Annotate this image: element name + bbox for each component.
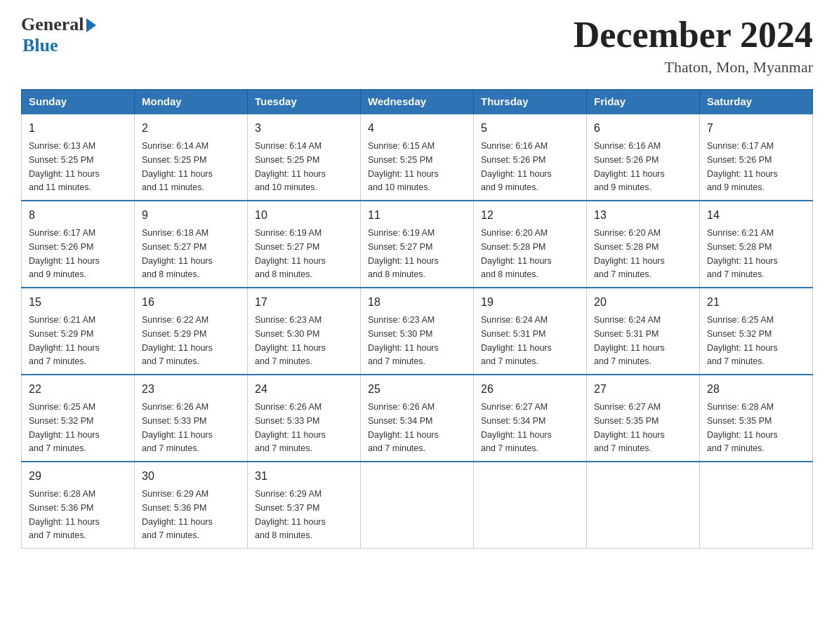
calendar-cell: 18Sunrise: 6:23 AMSunset: 5:30 PMDayligh… bbox=[361, 288, 474, 375]
day-info: Sunrise: 6:15 AMSunset: 5:25 PMDaylight:… bbox=[368, 141, 439, 192]
day-info: Sunrise: 6:28 AMSunset: 5:35 PMDaylight:… bbox=[707, 402, 778, 453]
calendar-week-row: 8Sunrise: 6:17 AMSunset: 5:26 PMDaylight… bbox=[22, 201, 813, 288]
day-info: Sunrise: 6:20 AMSunset: 5:28 PMDaylight:… bbox=[481, 228, 552, 279]
day-info: Sunrise: 6:29 AMSunset: 5:37 PMDaylight:… bbox=[255, 489, 326, 540]
day-info: Sunrise: 6:26 AMSunset: 5:33 PMDaylight:… bbox=[142, 402, 213, 453]
calendar-table: SundayMondayTuesdayWednesdayThursdayFrid… bbox=[21, 89, 813, 549]
logo-blue-text: Blue bbox=[22, 35, 58, 56]
day-number: 10 bbox=[255, 207, 353, 224]
calendar-cell: 30Sunrise: 6:29 AMSunset: 5:36 PMDayligh… bbox=[135, 462, 248, 549]
calendar-week-row: 15Sunrise: 6:21 AMSunset: 5:29 PMDayligh… bbox=[22, 288, 813, 375]
weekday-header-saturday: Saturday bbox=[700, 90, 813, 114]
day-info: Sunrise: 6:29 AMSunset: 5:36 PMDaylight:… bbox=[142, 489, 213, 540]
day-number: 29 bbox=[29, 468, 127, 485]
calendar-week-row: 1Sunrise: 6:13 AMSunset: 5:25 PMDaylight… bbox=[22, 114, 813, 201]
calendar-cell: 5Sunrise: 6:16 AMSunset: 5:26 PMDaylight… bbox=[474, 114, 587, 201]
calendar-cell: 7Sunrise: 6:17 AMSunset: 5:26 PMDaylight… bbox=[700, 114, 813, 201]
month-year-title: December 2024 bbox=[574, 14, 813, 55]
logo-general-text: General bbox=[21, 14, 84, 35]
day-info: Sunrise: 6:21 AMSunset: 5:28 PMDaylight:… bbox=[707, 228, 778, 279]
day-info: Sunrise: 6:27 AMSunset: 5:35 PMDaylight:… bbox=[594, 402, 665, 453]
day-info: Sunrise: 6:13 AMSunset: 5:25 PMDaylight:… bbox=[29, 141, 100, 192]
calendar-cell bbox=[587, 462, 700, 549]
weekday-header-friday: Friday bbox=[587, 90, 700, 114]
day-info: Sunrise: 6:26 AMSunset: 5:33 PMDaylight:… bbox=[255, 402, 326, 453]
day-number: 16 bbox=[142, 294, 240, 311]
day-number: 4 bbox=[368, 120, 466, 137]
day-number: 1 bbox=[29, 120, 127, 137]
calendar-cell: 17Sunrise: 6:23 AMSunset: 5:30 PMDayligh… bbox=[248, 288, 361, 375]
day-number: 24 bbox=[255, 381, 353, 398]
day-number: 2 bbox=[142, 120, 240, 137]
location-subtitle: Thaton, Mon, Myanmar bbox=[574, 58, 813, 76]
day-info: Sunrise: 6:23 AMSunset: 5:30 PMDaylight:… bbox=[255, 315, 326, 366]
calendar-cell: 29Sunrise: 6:28 AMSunset: 5:36 PMDayligh… bbox=[22, 462, 135, 549]
calendar-week-row: 22Sunrise: 6:25 AMSunset: 5:32 PMDayligh… bbox=[22, 375, 813, 462]
calendar-cell: 25Sunrise: 6:26 AMSunset: 5:34 PMDayligh… bbox=[361, 375, 474, 462]
calendar-cell: 14Sunrise: 6:21 AMSunset: 5:28 PMDayligh… bbox=[700, 201, 813, 288]
calendar-cell: 24Sunrise: 6:26 AMSunset: 5:33 PMDayligh… bbox=[248, 375, 361, 462]
day-number: 28 bbox=[707, 381, 805, 398]
day-info: Sunrise: 6:18 AMSunset: 5:27 PMDaylight:… bbox=[142, 228, 213, 279]
day-number: 6 bbox=[594, 120, 692, 137]
day-number: 9 bbox=[142, 207, 240, 224]
logo: General Blue bbox=[21, 14, 96, 56]
calendar-cell: 2Sunrise: 6:14 AMSunset: 5:25 PMDaylight… bbox=[135, 114, 248, 201]
calendar-cell: 31Sunrise: 6:29 AMSunset: 5:37 PMDayligh… bbox=[248, 462, 361, 549]
day-number: 11 bbox=[368, 207, 466, 224]
day-info: Sunrise: 6:14 AMSunset: 5:25 PMDaylight:… bbox=[255, 141, 326, 192]
day-number: 8 bbox=[29, 207, 127, 224]
calendar-cell: 6Sunrise: 6:16 AMSunset: 5:26 PMDaylight… bbox=[587, 114, 700, 201]
calendar-cell: 20Sunrise: 6:24 AMSunset: 5:31 PMDayligh… bbox=[587, 288, 700, 375]
day-number: 14 bbox=[707, 207, 805, 224]
weekday-header-tuesday: Tuesday bbox=[248, 90, 361, 114]
weekday-header-wednesday: Wednesday bbox=[361, 90, 474, 114]
day-info: Sunrise: 6:16 AMSunset: 5:26 PMDaylight:… bbox=[481, 141, 552, 192]
calendar-cell: 26Sunrise: 6:27 AMSunset: 5:34 PMDayligh… bbox=[474, 375, 587, 462]
day-number: 18 bbox=[368, 294, 466, 311]
calendar-cell: 22Sunrise: 6:25 AMSunset: 5:32 PMDayligh… bbox=[22, 375, 135, 462]
day-number: 22 bbox=[29, 381, 127, 398]
day-info: Sunrise: 6:20 AMSunset: 5:28 PMDaylight:… bbox=[594, 228, 665, 279]
calendar-cell: 3Sunrise: 6:14 AMSunset: 5:25 PMDaylight… bbox=[248, 114, 361, 201]
calendar-cell: 9Sunrise: 6:18 AMSunset: 5:27 PMDaylight… bbox=[135, 201, 248, 288]
day-number: 27 bbox=[594, 381, 692, 398]
day-number: 30 bbox=[142, 468, 240, 485]
day-info: Sunrise: 6:19 AMSunset: 5:27 PMDaylight:… bbox=[368, 228, 439, 279]
calendar-cell: 28Sunrise: 6:28 AMSunset: 5:35 PMDayligh… bbox=[700, 375, 813, 462]
calendar-cell bbox=[700, 462, 813, 549]
day-info: Sunrise: 6:25 AMSunset: 5:32 PMDaylight:… bbox=[29, 402, 100, 453]
calendar-cell: 1Sunrise: 6:13 AMSunset: 5:25 PMDaylight… bbox=[22, 114, 135, 201]
day-info: Sunrise: 6:23 AMSunset: 5:30 PMDaylight:… bbox=[368, 315, 439, 366]
day-info: Sunrise: 6:22 AMSunset: 5:29 PMDaylight:… bbox=[142, 315, 213, 366]
day-info: Sunrise: 6:14 AMSunset: 5:25 PMDaylight:… bbox=[142, 141, 213, 192]
day-number: 25 bbox=[368, 381, 466, 398]
day-number: 3 bbox=[255, 120, 353, 137]
title-section: December 2024 Thaton, Mon, Myanmar bbox=[574, 14, 813, 76]
day-number: 20 bbox=[594, 294, 692, 311]
page-header: General Blue December 2024 Thaton, Mon, … bbox=[21, 14, 813, 76]
calendar-cell: 15Sunrise: 6:21 AMSunset: 5:29 PMDayligh… bbox=[22, 288, 135, 375]
calendar-cell: 4Sunrise: 6:15 AMSunset: 5:25 PMDaylight… bbox=[361, 114, 474, 201]
day-number: 21 bbox=[707, 294, 805, 311]
day-number: 12 bbox=[481, 207, 579, 224]
calendar-cell: 27Sunrise: 6:27 AMSunset: 5:35 PMDayligh… bbox=[587, 375, 700, 462]
day-number: 31 bbox=[255, 468, 353, 485]
calendar-cell: 21Sunrise: 6:25 AMSunset: 5:32 PMDayligh… bbox=[700, 288, 813, 375]
logo-arrow-icon bbox=[86, 18, 96, 32]
calendar-cell bbox=[361, 462, 474, 549]
day-info: Sunrise: 6:26 AMSunset: 5:34 PMDaylight:… bbox=[368, 402, 439, 453]
calendar-cell bbox=[474, 462, 587, 549]
calendar-cell: 13Sunrise: 6:20 AMSunset: 5:28 PMDayligh… bbox=[587, 201, 700, 288]
weekday-header-thursday: Thursday bbox=[474, 90, 587, 114]
calendar-cell: 11Sunrise: 6:19 AMSunset: 5:27 PMDayligh… bbox=[361, 201, 474, 288]
calendar-cell: 23Sunrise: 6:26 AMSunset: 5:33 PMDayligh… bbox=[135, 375, 248, 462]
day-info: Sunrise: 6:19 AMSunset: 5:27 PMDaylight:… bbox=[255, 228, 326, 279]
calendar-header-row: SundayMondayTuesdayWednesdayThursdayFrid… bbox=[22, 90, 813, 114]
day-info: Sunrise: 6:27 AMSunset: 5:34 PMDaylight:… bbox=[481, 402, 552, 453]
calendar-cell: 16Sunrise: 6:22 AMSunset: 5:29 PMDayligh… bbox=[135, 288, 248, 375]
day-number: 19 bbox=[481, 294, 579, 311]
weekday-header-monday: Monday bbox=[135, 90, 248, 114]
day-number: 17 bbox=[255, 294, 353, 311]
calendar-cell: 10Sunrise: 6:19 AMSunset: 5:27 PMDayligh… bbox=[248, 201, 361, 288]
